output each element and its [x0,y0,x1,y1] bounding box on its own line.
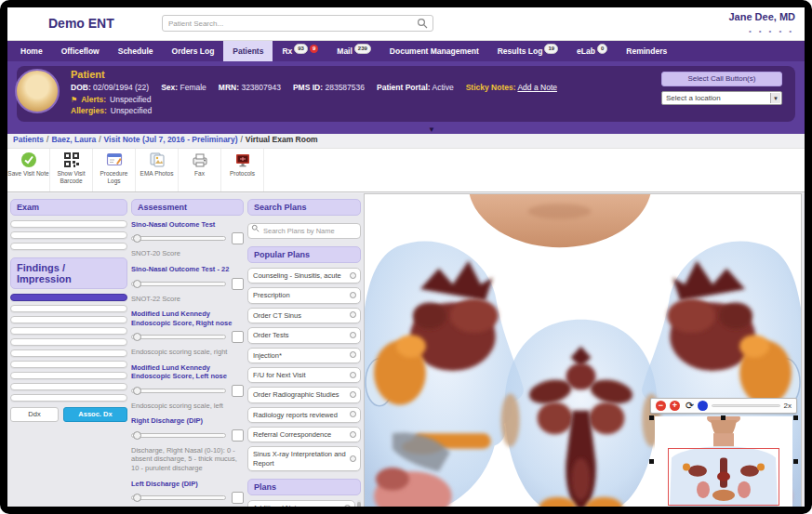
score-checkbox[interactable] [232,331,244,343]
header-link[interactable] [745,27,755,35]
score-checkbox[interactable] [232,385,244,397]
score-slider[interactable] [131,335,226,339]
slider-thumb[interactable] [133,387,141,395]
virtual-exam-viewer[interactable]: − + ⟳ 2x [364,193,802,507]
popular-plan-item[interactable]: F/U for Next Visit [247,367,361,383]
score-checkbox[interactable] [232,278,244,290]
add-note-link[interactable]: Add a Note [517,83,557,92]
breadcrumb-visit-note[interactable]: Visit Note (Jul 7, 2016 - Preliminary) [104,135,238,144]
header-link[interactable] [775,27,785,35]
plan-options-icon[interactable] [350,332,356,338]
nav-item[interactable]: Home [11,41,52,61]
nav-item[interactable]: Patients [223,41,273,61]
patient-search-input[interactable] [162,15,433,32]
header-link[interactable] [785,27,795,35]
nav-item[interactable]: Results Log19 [488,41,567,61]
nav-item[interactable]: Orders Log [163,41,224,61]
plan-options-icon[interactable] [350,272,356,279]
finding-item[interactable] [10,383,127,390]
plan-options-icon[interactable] [350,372,356,378]
finding-item[interactable] [10,349,127,357]
breadcrumb-patients[interactable]: Patients [13,135,44,144]
plan-options-icon[interactable] [350,311,356,318]
slider-thumb[interactable] [133,234,141,243]
resize-handle[interactable] [649,415,654,420]
popular-plan-item[interactable]: Referral Correspondence [247,427,361,442]
nav-item[interactable]: eLab0 [567,41,617,61]
finding-item[interactable] [10,316,127,323]
zoom-in-button[interactable]: + [670,401,680,411]
score-slider[interactable] [131,389,226,393]
search-icon[interactable] [417,18,428,29]
assessment-item-label[interactable]: Left Discharge (DIP) [131,480,244,488]
plan-item[interactable]: Additional Notes [247,500,355,507]
finding-item[interactable] [10,394,127,402]
score-slider[interactable] [131,236,226,241]
popular-plan-item[interactable]: Sinus X-ray Interpretation and Report [247,446,361,471]
exam-button[interactable] [10,243,127,250]
resize-handle[interactable] [649,459,654,464]
plan-options-icon[interactable] [350,292,356,298]
search-plans-input[interactable] [247,223,361,239]
score-checkbox[interactable] [232,492,244,504]
nav-item[interactable]: Document Management [380,41,488,61]
score-slider[interactable] [131,495,226,500]
slider-thumb[interactable] [133,333,141,341]
finding-item[interactable] [10,294,127,301]
ddx-button[interactable]: Ddx [10,407,59,422]
nav-item[interactable]: Reminders [617,41,676,61]
score-checkbox[interactable] [232,429,244,442]
plans-scrollbar[interactable] [357,500,361,507]
plan-options-icon[interactable] [350,431,356,438]
show-visit-barcode-button[interactable]: Show Visit Barcode [50,149,93,191]
finding-item[interactable] [10,327,127,335]
patient-avatar[interactable] [15,69,60,113]
zoom-slider[interactable] [712,404,779,407]
slider-thumb[interactable] [133,280,141,288]
plan-options-icon[interactable] [344,505,351,507]
popular-plan-item[interactable]: Counseling - Sinusitis, acute [247,268,361,283]
assoc-dx-button[interactable]: Assoc. Dx [63,407,127,422]
minimap-selection-rect[interactable] [668,448,779,506]
nav-item[interactable]: Mail239 [327,41,380,61]
plan-options-icon[interactable] [350,391,356,398]
location-select[interactable]: Select a location ▼ [661,91,782,105]
header-link[interactable] [755,27,765,35]
header-link[interactable] [765,27,776,35]
slider-thumb[interactable] [133,431,141,440]
procedure-logs-button[interactable]: Procedure Logs [93,149,136,191]
score-slider[interactable] [131,433,226,438]
current-user[interactable]: Jane Dee, MD [728,11,795,22]
assessment-item-label[interactable]: Sino-Nasal Outcome Test [131,220,244,229]
exam-button[interactable] [10,220,127,228]
slider-thumb[interactable] [133,494,141,502]
rotate-icon[interactable]: ⟳ [686,401,694,411]
plan-options-icon[interactable] [350,351,356,358]
popular-plan-item[interactable]: Radiology reports reviewed [247,407,361,423]
plan-options-icon[interactable] [350,411,356,417]
assessment-item-label[interactable]: Sino-Nasal Outcome Test - 22 [131,265,244,273]
zoom-out-button[interactable]: − [656,401,666,411]
plan-options-icon[interactable] [350,455,356,462]
finding-item[interactable] [10,361,127,368]
breadcrumb-patient-name[interactable]: Baez, Laura [51,135,96,144]
resize-handle[interactable] [793,459,798,464]
pan-button[interactable] [698,401,708,411]
fax-button[interactable]: Fax [179,149,221,191]
popular-plan-item[interactable]: Order Tests [247,327,361,343]
save-visit-note-button[interactable]: Save Visit Note [7,149,50,191]
assessment-item-label[interactable]: Modified Lund Kennedy Endoscopic Score, … [131,363,244,381]
resize-handle[interactable] [721,415,725,420]
collapse-banner-caret[interactable]: ▼ [428,125,435,134]
popular-plan-item[interactable]: Prescription [247,287,361,303]
assessment-item-label[interactable]: Modified Lund Kennedy Endoscopic Score, … [131,310,244,327]
ema-photos-button[interactable]: EMA Photos [136,149,179,191]
popular-plan-item[interactable]: Order CT Sinus [247,308,361,323]
assessment-item-label[interactable]: Right Discharge (DIP) [131,416,244,425]
resize-handle[interactable] [793,415,798,420]
finding-item[interactable] [10,305,127,312]
popular-plan-item[interactable]: Order Radiographic Studies [247,387,361,402]
score-checkbox[interactable] [232,232,244,244]
nav-item[interactable]: Rx939 [273,41,327,61]
finding-item[interactable] [10,372,127,379]
